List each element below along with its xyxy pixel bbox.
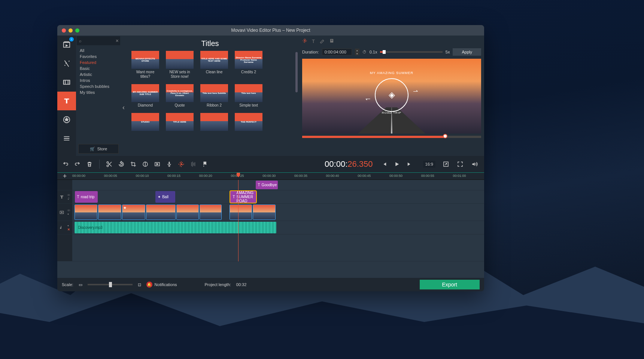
video-clip[interactable]: ★ (122, 205, 145, 220)
nav-titles[interactable] (57, 92, 76, 110)
search-input[interactable] (82, 39, 112, 43)
duration-up-button[interactable]: ▲ (355, 49, 359, 52)
duration-input[interactable] (322, 49, 352, 55)
audio-properties-button[interactable] (187, 158, 199, 170)
speed-slider[interactable] (380, 51, 442, 53)
speaker-icon[interactable] (67, 212, 70, 216)
titles-scrollbar[interactable] (295, 52, 298, 153)
notifications-button[interactable]: 🔔 Notifications (146, 282, 177, 288)
title-preset[interactable]: Title text hereSimple text (235, 84, 262, 108)
nav-filters[interactable] (57, 54, 76, 73)
tab-color[interactable] (319, 38, 325, 45)
play-button[interactable] (391, 158, 403, 170)
speaker-icon[interactable] (67, 224, 70, 227)
preview-scrubber[interactable] (302, 136, 481, 138)
video-clip[interactable] (75, 205, 98, 220)
video-clip[interactable] (253, 205, 276, 220)
title-clip-clip[interactable]: TGoodbye (256, 181, 278, 189)
tab-clip-settings[interactable] (302, 38, 307, 45)
nav-media[interactable]: ! (57, 36, 76, 54)
title-clip-clip[interactable]: Troad trip (75, 191, 98, 203)
aspect-ratio-select[interactable]: 16:9 (423, 161, 435, 168)
apply-button[interactable]: Apply (453, 48, 481, 56)
category-item[interactable]: Artistic (76, 71, 121, 77)
speed-lo-label: 0.1x (370, 50, 377, 54)
title-preset[interactable]: Director Name Surname Producer Name Surn… (235, 51, 262, 79)
marker-button[interactable] (199, 158, 211, 170)
video-clip[interactable] (176, 205, 198, 220)
preview-panel: T Duration: ▲ ▼ ⏱ 0.1x 5x Apply (299, 36, 484, 156)
undo-button[interactable] (60, 158, 72, 170)
volume-button[interactable] (468, 158, 480, 170)
title-clip-clip[interactable]: TMY AMAZING SUMMER ROAD TRIP (230, 191, 256, 203)
title-preset[interactable]: THE PERFECT (235, 113, 262, 132)
preview-video[interactable]: MY AMAZING SUMMER ◈ ROAD TRIP ↽ ⇀ (302, 59, 481, 134)
category-item[interactable]: My titles (76, 89, 121, 95)
title-preset[interactable]: NEW sets in Store now! (166, 51, 194, 79)
category-item[interactable]: Favorites (76, 53, 121, 59)
timeline-ruler[interactable]: + 00:00:0000:00:0500:00:1000:00:1500:00:… (57, 172, 484, 180)
speed-hi-label: 5x (446, 50, 450, 54)
title-preset[interactable]: Title text here SubtitleRibbon 2 (200, 84, 228, 108)
title-preset[interactable]: MY AMAZING SUMMER SUB TITLEDiamond (131, 84, 159, 108)
zoom-out-icon[interactable]: ▭ (79, 282, 82, 287)
link-icon[interactable] (67, 197, 70, 200)
audio-track: Discovery.mp3 (57, 221, 484, 234)
duration-down-button[interactable]: ▼ (355, 52, 359, 55)
svg-rect-11 (169, 162, 170, 165)
clear-search-icon[interactable]: × (116, 38, 119, 44)
title-preset[interactable]: STUDIO (131, 113, 159, 132)
svg-rect-1 (64, 80, 70, 85)
sticker-clip[interactable]: ✦Ball (155, 191, 175, 203)
rotate-button[interactable] (115, 158, 127, 170)
store-button[interactable]: 🛒 Store (78, 144, 119, 154)
nav-transitions[interactable] (57, 73, 76, 92)
scale-label: Scale: (62, 282, 73, 287)
add-track-button[interactable]: + (57, 172, 72, 180)
tab-text[interactable]: T (312, 39, 315, 44)
title-preset[interactable]: MOVAVI EFFECTS STOREWant more titles? (131, 51, 159, 79)
category-item[interactable]: Featured (76, 59, 121, 65)
export-button[interactable]: Export (420, 280, 480, 289)
eye-icon[interactable] (67, 209, 70, 212)
title-preset[interactable]: TITLE HERE AND SOME TEXT HEREClean line (200, 51, 228, 79)
ruler-tick: 00:00:30 (262, 174, 276, 178)
fullscreen-button[interactable] (454, 158, 466, 170)
split-button[interactable] (103, 158, 115, 170)
video-clip[interactable] (200, 205, 222, 220)
category-item[interactable]: Speech bubbles (76, 83, 121, 89)
detach-preview-button[interactable] (440, 158, 452, 170)
svg-point-3 (304, 40, 306, 42)
arrow-right-icon: ⇀ (413, 88, 418, 95)
svg-rect-6 (331, 40, 333, 41)
title-preset[interactable]: TITLE HERE (166, 113, 194, 132)
nav-more[interactable] (57, 129, 76, 148)
playhead[interactable] (238, 180, 239, 261)
title-preset[interactable]: Creativity is contagious. Pass it on. Al… (166, 84, 194, 108)
record-audio-button[interactable] (163, 158, 175, 170)
redo-button[interactable] (72, 158, 83, 170)
scale-slider[interactable] (88, 284, 133, 285)
next-frame-button[interactable] (404, 158, 416, 170)
ruler-tick: 00:00:50 (389, 174, 402, 178)
crop-button[interactable] (127, 158, 139, 170)
video-clip[interactable] (146, 205, 176, 220)
delete-button[interactable] (83, 158, 95, 170)
tab-clip[interactable] (329, 38, 334, 45)
category-item[interactable]: Basic (76, 65, 121, 71)
video-clip[interactable] (230, 205, 252, 220)
zoom-in-icon[interactable]: ⊡ (138, 282, 141, 287)
clip-properties-button[interactable] (175, 158, 187, 170)
video-clip[interactable] (98, 205, 121, 220)
audio-clip[interactable]: Discovery.mp3 (75, 222, 276, 233)
title-preset[interactable] (200, 113, 228, 132)
toolbar: 00:00:26.350 16:9 (57, 156, 484, 172)
prev-frame-button[interactable] (378, 158, 390, 170)
color-adjust-button[interactable] (139, 158, 151, 170)
transition-wizard-button[interactable] (151, 158, 163, 170)
category-item[interactable]: All (76, 47, 121, 53)
category-item[interactable]: Intros (76, 77, 121, 83)
eye-icon[interactable] (67, 193, 70, 197)
unlink-icon[interactable] (67, 228, 70, 231)
nav-stickers[interactable] (57, 110, 76, 129)
